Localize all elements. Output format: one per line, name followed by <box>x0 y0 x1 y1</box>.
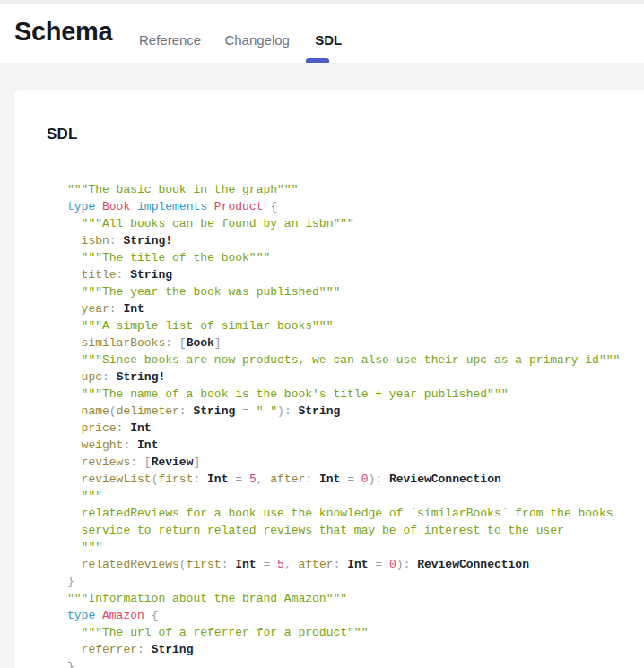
sdl-heading: SDL <box>47 126 644 143</box>
code-line: } <box>67 573 644 590</box>
code-line: """ <box>67 539 644 556</box>
code-line: """The title of the book""" <box>67 249 644 266</box>
code-line: type Amazon { <box>67 607 644 624</box>
tab-sdl[interactable]: SDL <box>315 32 342 48</box>
page-header: Schema Reference Changelog SDL <box>0 4 644 64</box>
code-line: """All books can be found by an isbn""" <box>67 215 644 232</box>
tab-changelog[interactable]: Changelog <box>224 32 290 48</box>
code-line: referrer: String <box>67 641 644 658</box>
code-line: relatedReviews(first: Int = 5, after: In… <box>67 556 644 573</box>
code-line: relatedReviews for a book use the knowle… <box>67 505 644 522</box>
code-line: reviewList(first: Int = 5, after: Int = … <box>67 471 644 488</box>
code-line: """A simple list of similar books""" <box>67 317 644 334</box>
code-line: upc: String! <box>67 369 644 386</box>
code-line: service to return related reviews that m… <box>67 522 644 539</box>
code-line: """ <box>67 488 644 505</box>
sdl-card: SDL """The basic book in the graph"""typ… <box>14 90 644 668</box>
code-line: isbn: String! <box>67 232 644 249</box>
sdl-code-block: """The basic book in the graph"""type Bo… <box>67 181 644 668</box>
code-line: """The basic book in the graph""" <box>67 181 644 198</box>
tab-reference[interactable]: Reference <box>139 32 201 48</box>
tab-bar: Reference Changelog SDL <box>139 32 342 48</box>
code-line: """The name of a book is the book's titl… <box>67 386 644 403</box>
code-line: type Book implements Product { <box>67 198 644 215</box>
code-line: title: String <box>67 266 644 283</box>
code-line: weight: Int <box>67 437 644 454</box>
code-line: } <box>67 658 644 668</box>
code-line: similarBooks: [Book] <box>67 334 644 351</box>
content-background: SDL """The basic book in the graph"""typ… <box>0 63 644 668</box>
code-line: """The url of a referrer for a product""… <box>67 624 644 641</box>
code-line: year: Int <box>67 300 644 317</box>
code-line: name(delimeter: String = " "): String <box>67 403 644 420</box>
page-title: Schema <box>14 15 112 48</box>
code-line: """Information about the brand Amazon""" <box>67 590 644 607</box>
code-line: reviews: [Review] <box>67 454 644 471</box>
code-line: price: Int <box>67 420 644 437</box>
code-line: """Since books are now products, we can … <box>67 351 644 369</box>
code-line: """The year the book was published""" <box>67 283 644 300</box>
